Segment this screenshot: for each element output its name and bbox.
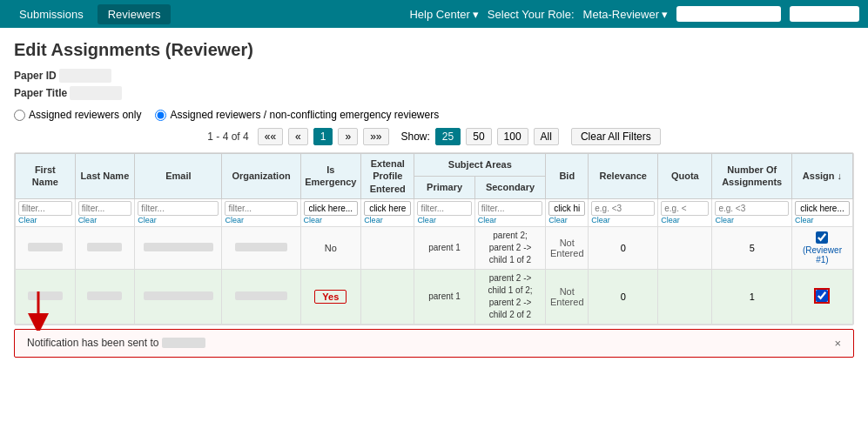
th-subject-areas: Subject Areas [414, 154, 546, 177]
chevron-down-icon: ▾ [473, 8, 479, 21]
th-bid: Bid [546, 154, 589, 199]
cell-assign: (Reviewer #1) [791, 226, 852, 269]
cell-is-emergency: No [300, 226, 361, 269]
filter-bid[interactable]: click hi Clear [546, 198, 589, 226]
cell-num-assignments: 1 [712, 269, 792, 324]
cell-quota [658, 226, 712, 269]
cell-bid: NotEntered [546, 226, 589, 269]
th-organization: Organization [222, 154, 300, 199]
th-first-name: FirstName [16, 154, 76, 199]
next-page-btn[interactable]: » [338, 128, 358, 145]
filter-is-emergency[interactable]: click here... Clear [300, 198, 361, 226]
select-role-label: Select Your Role: [488, 8, 575, 21]
show-25-btn[interactable]: 25 [435, 128, 461, 145]
cell-num-assignments: 5 [712, 226, 792, 269]
th-is-emergency: IsEmergency [300, 154, 361, 199]
notification-recipient [162, 338, 205, 348]
page-number-btn[interactable]: 1 [313, 128, 333, 145]
cell-ext-profile [361, 226, 414, 269]
help-center-dropdown[interactable]: Help Center ▾ [409, 8, 478, 21]
pagination: 1 - 4 of 4 «« « 1 » »» Show: 25 50 100 A… [14, 128, 854, 145]
filter-assign[interactable]: click here... Clear [791, 198, 852, 226]
notification-close-btn[interactable]: × [834, 337, 841, 350]
filter-ext-profile[interactable]: click here Clear [361, 198, 414, 226]
table-row: Yes parent 1 parent 2 ->child 1 of 2;par… [16, 269, 853, 324]
show-50-btn[interactable]: 50 [466, 128, 491, 145]
cell-organization [222, 269, 300, 324]
filter-relevance[interactable]: Clear [589, 198, 658, 226]
last-page-btn[interactable]: »» [363, 128, 388, 145]
cell-first-name [16, 226, 76, 269]
th-email: Email [135, 154, 222, 199]
clear-all-filters-btn[interactable]: Clear All Filters [571, 128, 661, 145]
cell-email [135, 226, 222, 269]
filter-email[interactable]: Clear [135, 198, 222, 226]
cell-quota [658, 269, 712, 324]
filter-row: Clear Clear Clear Clear c [16, 198, 853, 226]
show-100-btn[interactable]: 100 [497, 128, 528, 145]
navbar-right: Help Center ▾ Select Your Role: Meta-Rev… [409, 6, 859, 22]
filter-last-name[interactable]: Clear [75, 198, 135, 226]
pagination-info: 1 - 4 of 4 [207, 131, 248, 143]
cell-primary: parent 1 [414, 269, 474, 324]
assignments-table: FirstName Last Name Email Organization I… [14, 152, 854, 325]
filter-quota[interactable]: Clear [658, 198, 712, 226]
th-ext-profile: ExtenalProfileEntered [361, 154, 414, 199]
meta-reviewer-dropdown[interactable]: Meta-Reviewer ▾ [583, 8, 668, 21]
notification-area: Notification has been sent to × [14, 329, 854, 358]
paper-id-value [59, 69, 111, 83]
paper-title-label: Paper Title [14, 87, 67, 99]
cell-secondary: parent 2;parent 2 ->child 1 of 2 [474, 226, 545, 269]
th-assign: Assign ↓ [791, 154, 852, 199]
radio-group: Assigned reviewers only Assigned reviewe… [14, 109, 854, 121]
notification-text: Notification has been sent to [27, 337, 205, 349]
th-num-assignments: Number OfAssignments [712, 154, 792, 199]
notification-bar: Notification has been sent to × [14, 329, 854, 358]
th-quota: Quota [658, 154, 712, 199]
first-page-btn[interactable]: «« [258, 128, 283, 145]
paper-id-label: Paper ID [14, 70, 57, 82]
cell-secondary: parent 2 ->child 1 of 2;parent 2 ->child… [474, 269, 545, 324]
red-arrow-icon [23, 287, 75, 331]
submissions-nav[interactable]: Submissions [9, 4, 94, 24]
filter-num-assignments[interactable]: Clear [712, 198, 792, 226]
filter-primary[interactable]: Clear [414, 198, 474, 226]
cell-bid: NotEntered [546, 269, 589, 324]
th-primary: Primary [414, 176, 474, 198]
reviewers-nav[interactable]: Reviewers [98, 4, 172, 24]
cell-organization [222, 226, 300, 269]
cell-is-emergency: Yes [300, 269, 361, 324]
paper-meta: Paper ID [14, 69, 854, 83]
cell-primary: parent 1 [414, 226, 474, 269]
role-box [676, 6, 781, 22]
page-title: Edit Assignments (Reviewer) [14, 40, 854, 60]
filter-organization[interactable]: Clear [222, 198, 300, 226]
paper-title-row: Paper Title [14, 86, 854, 100]
table-row: No parent 1 parent 2;parent 2 ->child 1 … [16, 226, 853, 269]
paper-id-row: Paper ID [14, 69, 111, 83]
cell-last-name [75, 226, 135, 269]
radio-emergency[interactable]: Assigned reviewers / non-conflicting eme… [155, 109, 439, 121]
cell-last-name [75, 269, 135, 324]
paper-title-value [70, 86, 122, 100]
table-header-row: FirstName Last Name Email Organization I… [16, 154, 853, 177]
filter-secondary[interactable]: Clear [474, 198, 545, 226]
search-box [790, 6, 859, 22]
chevron-down-icon: ▾ [662, 8, 668, 21]
cell-relevance: 0 [589, 269, 658, 324]
th-last-name: Last Name [75, 154, 135, 199]
filter-first-name[interactable]: Clear [16, 198, 76, 226]
cell-email [135, 269, 222, 324]
prev-page-btn[interactable]: « [288, 128, 308, 145]
page-content: Edit Assignments (Reviewer) Paper ID Pap… [0, 28, 868, 370]
cell-ext-profile [361, 269, 414, 324]
show-all-btn[interactable]: All [534, 128, 559, 145]
cell-assign [791, 269, 852, 324]
navbar: Submissions Reviewers Help Center ▾ Sele… [0, 0, 868, 28]
th-secondary: Secondary [474, 176, 545, 198]
show-label: Show: [401, 131, 430, 143]
radio-assigned-only[interactable]: Assigned reviewers only [14, 109, 141, 121]
cell-relevance: 0 [589, 226, 658, 269]
navbar-left: Submissions Reviewers [9, 4, 171, 24]
th-relevance: Relevance [589, 154, 658, 199]
